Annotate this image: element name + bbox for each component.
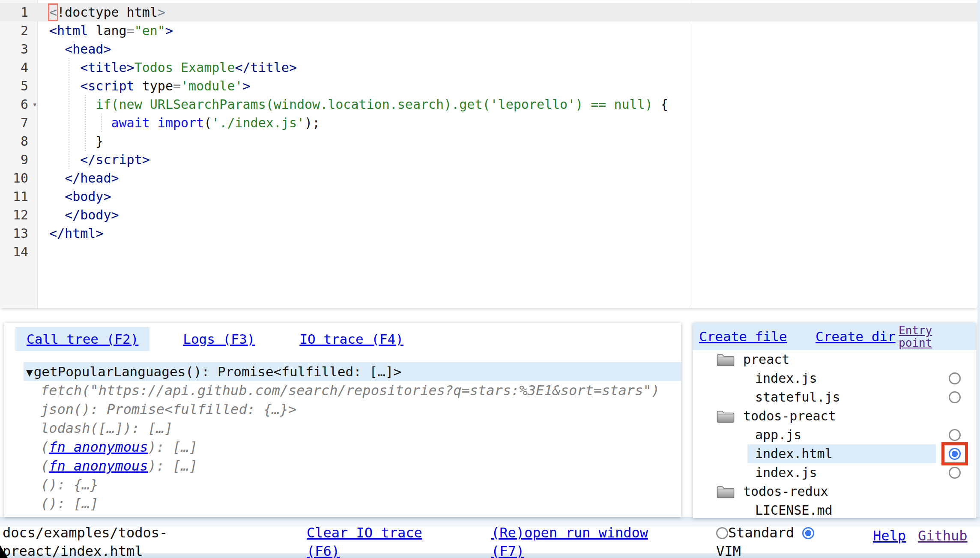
dir-row-todos-preact[interactable]: todos-preact [693, 407, 976, 426]
code-text[interactable]: if(new URLSearchParams(window.location.s… [38, 95, 668, 114]
code-text[interactable]: </body> [38, 206, 119, 224]
leporello-ide: 1<!doctype html>2<html lang="en">3 <head… [0, 0, 980, 558]
dir-row-preact[interactable]: preact [693, 350, 976, 369]
code-line[interactable]: 12 </body> [0, 206, 977, 224]
call-tree-row[interactable]: (fn anonymous): […] [4, 438, 681, 456]
code-line[interactable]: 6▾ if(new URLSearchParams(window.locatio… [0, 95, 977, 114]
file-name[interactable]: LICENSE.md [755, 501, 833, 518]
entry-point-radio[interactable] [949, 372, 961, 384]
code-line[interactable]: 7 await import('./index.js'); [0, 114, 977, 132]
call-tree-row[interactable]: ▼getPopularLanguages(): Promise<fulfille… [24, 362, 681, 381]
dir-row-todos-redux[interactable]: todos-redux [693, 482, 976, 501]
call-tree-panel: Call tree (F2)Logs (F3)IO trace (F4) ▼ge… [4, 323, 681, 517]
code-text[interactable]: <html lang="en"> [38, 21, 173, 40]
standard-keybinding-label: Standard [728, 525, 794, 541]
code-text[interactable]: <!doctype html> [38, 3, 165, 21]
line-number: 2 [0, 21, 38, 40]
file-name[interactable]: todos-preact [743, 407, 836, 426]
call-tree-row[interactable]: fetch("https://api.github.com/search/rep… [4, 381, 681, 400]
current-file-path: docs/examples/todos-preact/index.html [3, 524, 174, 558]
standard-keybinding-radio[interactable] [716, 527, 728, 539]
entry-point-radio[interactable] [949, 448, 961, 460]
reopen-run-window-button[interactable]: (Re)open run window (F7) [491, 524, 654, 558]
code-line[interactable]: 11 <body> [0, 187, 977, 206]
file-row-index.js[interactable]: index.js [693, 463, 976, 482]
fold-arrow-icon[interactable]: ▾ [33, 95, 37, 114]
line-number: 12 [0, 206, 38, 224]
line-number: 4 [0, 58, 38, 77]
entry-point-radio[interactable] [949, 429, 961, 441]
file-row-index.js[interactable]: index.js [693, 369, 976, 388]
entry-point-radio[interactable] [949, 391, 961, 403]
create-file-button[interactable]: Create file [699, 323, 787, 350]
call-tree-row[interactable]: json(): Promise<fulfilled: {…}> [4, 400, 681, 419]
code-line[interactable]: 1<!doctype html> [0, 3, 977, 21]
code-line[interactable]: 2<html lang="en"> [0, 21, 977, 40]
file-name[interactable]: index.html [755, 444, 833, 463]
file-name[interactable]: app.js [755, 426, 801, 444]
file-row-stateful.js[interactable]: stateful.js [693, 388, 976, 407]
code-editor[interactable]: 1<!doctype html>2<html lang="en">3 <head… [0, 0, 977, 308]
code-text[interactable]: <title>Todos Example</title> [38, 58, 297, 77]
line-number: 9 [0, 150, 38, 169]
file-row-index.html[interactable]: index.html [693, 444, 976, 463]
code-line[interactable]: 5 <script type='module'> [0, 77, 977, 95]
expand-arrow-icon[interactable]: ▼ [26, 366, 33, 379]
vim-keybinding-label: VIM [716, 543, 741, 558]
file-panel-header: Create file Create dir Entry point [693, 323, 976, 350]
code-text[interactable]: </script> [38, 150, 150, 169]
call-tree-row[interactable]: (fn anonymous): […] [4, 513, 681, 517]
code-line[interactable]: 8 } [0, 132, 977, 150]
line-number: 13 [0, 224, 38, 243]
line-number: 10 [0, 169, 38, 187]
fn-anonymous-link[interactable]: fn anonymous [49, 439, 148, 455]
code-line[interactable]: 14 [0, 243, 977, 261]
line-number: 6▾ [0, 95, 38, 114]
call-tree-row[interactable]: (): {…} [4, 475, 681, 494]
code-text[interactable]: } [38, 132, 103, 150]
folder-icon [717, 485, 735, 498]
code-text[interactable]: <body> [38, 187, 111, 206]
call-tree-row[interactable]: lodash([…]): […] [4, 419, 681, 438]
github-link[interactable]: Github [918, 527, 968, 545]
call-tree-row[interactable]: (fn anonymous): […] [4, 456, 681, 475]
code-text[interactable]: </html> [38, 224, 103, 243]
code-line[interactable]: 9 </script> [0, 150, 977, 169]
help-link[interactable]: Help [873, 527, 906, 545]
vim-keybinding-radio[interactable] [802, 527, 814, 539]
fn-anonymous-link[interactable]: fn anonymous [49, 514, 148, 517]
file-row-app.js[interactable]: app.js [693, 426, 976, 444]
code-text[interactable]: await import('./index.js'); [38, 114, 320, 132]
tab-logs-f3-[interactable]: Logs (F3) [172, 327, 266, 351]
file-row-LICENSE.md[interactable]: LICENSE.md [693, 501, 976, 518]
tab-call-tree-f2-[interactable]: Call tree (F2) [15, 327, 149, 351]
code-line[interactable]: 10 </head> [0, 169, 977, 187]
file-tree: preactindex.jsstateful.jstodos-preactapp… [693, 350, 976, 518]
code-text[interactable]: <head> [38, 40, 111, 58]
code-text[interactable]: <script type='module'> [38, 77, 251, 95]
line-number: 14 [0, 243, 38, 261]
code-line[interactable]: 13</html> [0, 224, 977, 243]
keybindings-switch: Standard VIM [716, 524, 832, 558]
file-name[interactable]: index.js [755, 369, 817, 388]
code-text[interactable]: </head> [38, 169, 119, 187]
code-line[interactable]: 3 <head> [0, 40, 977, 58]
line-number: 8 [0, 132, 38, 150]
code-line[interactable]: 4 <title>Todos Example</title> [0, 58, 977, 77]
page-edge [977, 0, 980, 517]
create-dir-button[interactable]: Create dir [816, 323, 896, 350]
file-tree-panel: Create file Create dir Entry point preac… [693, 323, 976, 518]
call-tree-row[interactable]: (): […] [4, 494, 681, 513]
file-name[interactable]: index.js [755, 463, 817, 482]
file-name[interactable]: preact [743, 350, 789, 369]
entry-point-radio[interactable] [949, 467, 961, 479]
fn-anonymous-link[interactable]: fn anonymous [49, 458, 148, 474]
file-name[interactable]: stateful.js [755, 388, 840, 407]
folder-icon [717, 353, 735, 366]
tab-io-trace-f4-[interactable]: IO trace (F4) [288, 327, 415, 351]
clear-io-trace-button[interactable]: Clear IO trace (F6) [307, 524, 435, 558]
file-name[interactable]: todos-redux [743, 482, 828, 501]
line-number: 11 [0, 187, 38, 206]
code-text[interactable] [38, 243, 49, 261]
call-tree: ▼getPopularLanguages(): Promise<fulfille… [4, 362, 681, 517]
